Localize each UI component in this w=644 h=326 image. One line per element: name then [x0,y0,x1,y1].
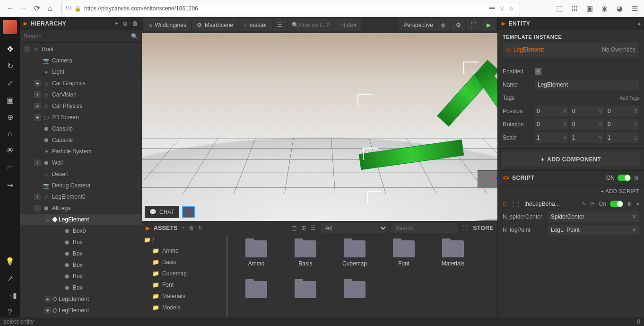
add-tags-button[interactable]: Add Tags [619,96,639,101]
asset-folder[interactable]: Cubemap [330,240,379,281]
tree-row[interactable]: -◇Root [20,44,142,55]
chevron-down-icon[interactable]: ▾ [636,201,639,207]
name-field[interactable] [535,79,639,90]
tree-row[interactable]: ⬢Box [20,271,142,282]
tree-row[interactable]: ⬢Box [20,237,142,248]
play-button[interactable]: ▶ [481,19,496,31]
add-entity-button[interactable]: + [114,20,118,27]
code-tool[interactable]: →▮ [5,291,15,300]
address-bar[interactable]: 🛡 🔒 https://playcanvas.com/editor/scene/… [61,2,520,15]
assets-folder-tree[interactable]: 📁 / 📁Ammo📁Basis📁Cubemap📁Font📁Materials📁M… [142,235,228,317]
publish-tool[interactable]: ↗ [5,274,15,283]
camera-preview[interactable] [182,206,195,218]
add-asset-button[interactable]: + [182,225,185,231]
scl-y[interactable] [572,134,598,141]
close-icon[interactable]: ✕ [353,22,357,28]
expand-toggle[interactable]: + [34,194,41,200]
tree-row[interactable]: +⬢Wall [20,157,142,168]
tree-row[interactable]: ⬢Box [20,282,142,293]
tree-row[interactable]: ⬢Box [20,248,142,259]
logo-icon[interactable] [3,20,17,34]
store-expand-icon[interactable]: ⛶ [462,225,468,231]
template-instance[interactable]: ◇ LegElement No Overrides [503,43,639,57]
folder-row[interactable]: 📁Basis [144,256,224,268]
delete-button[interactable]: 🗑 [132,20,139,27]
tree-row[interactable]: +◇Car Physics [20,100,142,112]
star-icon[interactable]: ☆ [509,5,514,12]
tree-row[interactable]: +LegElement [20,293,142,305]
delete-script-button[interactable]: 🗑 [634,175,639,181]
assets-grid[interactable]: AmmoBasisCubemapFontMaterials [228,235,497,317]
expand-toggle[interactable]: + [34,159,41,166]
add-script-button[interactable]: + ADD SCRIPT [498,185,644,197]
reader-icon[interactable]: ▽ [500,5,504,12]
tree-row[interactable]: -⬢AllLegs [20,203,142,214]
rot-y[interactable] [572,121,598,128]
tree-row[interactable]: +▢2D Screen [20,112,142,123]
folder-row[interactable]: 📁Cubemap [144,268,224,279]
folder-row[interactable]: 📁Materials [144,291,224,302]
sidebar-icon[interactable]: ▣ [586,4,595,13]
project-button[interactable]: ⌂WildEngines [144,19,191,31]
attribute-field[interactable]: LegL_Point✕ [548,225,639,235]
asset-search-input[interactable] [392,223,458,233]
snap-tool[interactable]: ∩ [5,130,15,139]
grid-large-icon[interactable]: ◫ [291,225,296,231]
parse-script-button[interactable]: ⟳ [590,201,595,207]
edit-script-button[interactable]: ✎ [582,201,586,207]
delete-script-item-button[interactable]: 🗑 [627,201,633,207]
forward-button[interactable]: → [17,2,30,15]
tree-row[interactable]: ⬢Capsule [20,134,142,146]
tree-row[interactable]: -LegElement [20,214,142,225]
home-button[interactable]: ⌂ [44,2,57,15]
pos-y[interactable] [572,108,598,115]
delete-asset-button[interactable]: 🗑 [189,225,194,231]
tree-row[interactable]: +◇Car Graphics [20,78,142,89]
clear-icon[interactable]: ✕ [632,213,636,220]
asset-folder[interactable]: Font [379,240,428,281]
tree-row[interactable]: 📷Debug Camera [20,180,142,191]
folder-row[interactable]: 📁Models [144,302,224,313]
expand-toggle[interactable]: + [34,103,41,109]
redo-tool[interactable]: ↪ [5,181,15,190]
scl-x[interactable] [537,134,562,141]
tree-row[interactable]: +LegElement [20,305,142,316]
viewport[interactable]: 💬CHAT [142,33,497,221]
tree-row[interactable]: ✦Particle System [20,146,142,157]
tree-row[interactable]: 📷Camera [20,55,142,66]
frame-tool[interactable]: ⏍ [5,164,15,173]
settings-button[interactable]: ⚙ [451,19,465,31]
menu-icon[interactable]: ☰ [632,4,640,13]
folder-row[interactable]: 📁Font [144,279,224,291]
duplicate-button[interactable]: ⧉ [123,20,128,27]
transform-gizmo[interactable] [491,166,497,191]
tree-row[interactable]: ⬢Capsule [20,123,142,134]
expand-toggle[interactable]: - [44,216,51,223]
fullscreen-button[interactable]: ⛶ [466,19,480,31]
scale-tool[interactable]: ⤢ [5,79,15,88]
clear-icon[interactable]: ✕ [632,227,636,233]
add-component-button[interactable]: +ADD COMPONENT [502,152,640,167]
script-item-toggle[interactable] [610,201,623,207]
focus-tool[interactable]: 👁 [5,147,15,156]
chat-button[interactable]: 💬CHAT [145,206,179,218]
rot-x[interactable] [537,121,562,128]
script-enable-toggle[interactable] [618,175,631,181]
help-tool[interactable]: ? [5,308,15,317]
asset-folder[interactable] [281,281,330,317]
reload-button[interactable]: ⟳ [30,2,44,15]
expand-toggle[interactable]: + [44,307,51,314]
asset-folder[interactable]: Basis [281,240,330,281]
bake-tool[interactable]: 💡 [5,257,15,266]
expand-toggle[interactable]: - [24,46,30,53]
breadcrumb[interactable]: 📁 / [144,237,224,243]
scene-button[interactable]: ⚙MainScene [192,19,238,31]
world-tool[interactable]: ⊕ [5,113,15,122]
refresh-button[interactable]: ↻ [198,225,203,231]
pos-z[interactable] [608,108,634,115]
list-view-icon[interactable]: ☰ [311,225,316,231]
expand-toggle[interactable]: + [44,296,51,302]
hierarchy-tree[interactable]: -◇Root📷Camera●Light+◇Car Graphics+◇CarVi… [20,43,142,317]
translate-tool[interactable]: ✥ [5,44,15,54]
rotate-tool[interactable]: ↻ [5,62,15,71]
